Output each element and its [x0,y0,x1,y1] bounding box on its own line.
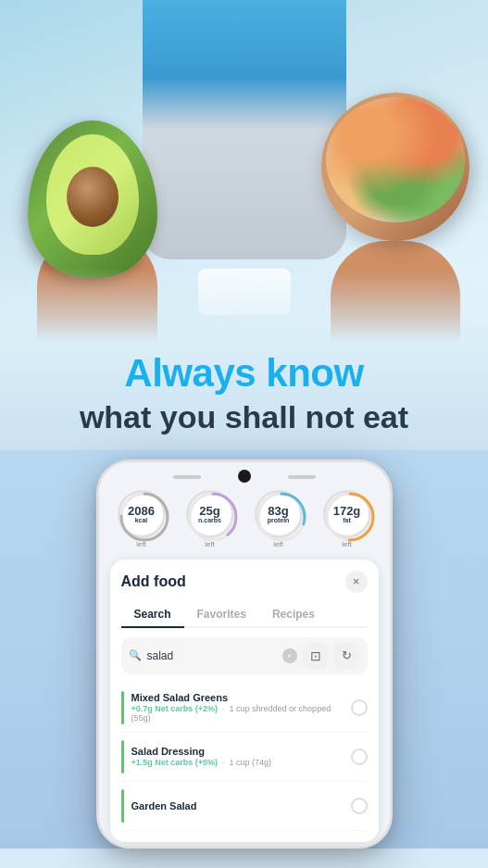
person-torso [143,0,346,259]
avocado [28,120,157,278]
food-item-carbs-1: +0.7g Net carbs (+2%) [131,704,219,713]
barcode-scan-button[interactable]: ⊡ [303,643,329,669]
voice-search-button[interactable]: ↻ [334,643,360,669]
food-item-bar-2 [121,740,124,774]
food-item-name-3: Garden Salad [131,800,344,811]
headline-line1: Always know [19,352,469,395]
food-select-radio-1[interactable] [351,699,368,716]
add-food-card: Add food × Search Favorites Recipes 🔍 sa… [110,560,379,842]
food-select-radio-2[interactable] [351,748,368,765]
phone-camera [238,470,251,483]
tabs-row: Search Favorites Recipes [121,602,368,628]
stat-fat: 172g fat left [319,490,375,548]
food-item-info-1: Mixed Salad Greens +0.7g Net carbs (+2%)… [131,692,344,723]
food-item-name-2: Salad Dressing [131,746,344,757]
phone-section: 2086 kcal left 25g n.carbs l [0,450,488,849]
tagline-section: Always know what you shall not eat [0,343,488,450]
stats-row: 2086 kcal left 25g n.carbs l [110,490,379,548]
search-clear-button[interactable]: × [282,648,297,663]
food-item-3[interactable]: Garden Salad [121,782,368,831]
close-button[interactable]: × [345,571,368,593]
food-item-details-1: +0.7g Net carbs (+2%) · 1 cup shredded o… [131,704,344,723]
search-input[interactable]: salad [147,649,277,662]
stat-ncarbs: 25g n.carbs left [182,490,238,548]
food-list: Mixed Salad Greens +0.7g Net carbs (+2%)… [121,684,368,831]
food-item-bar-1 [121,691,124,724]
food-item-bar-3 [121,789,124,823]
add-food-header: Add food × [121,571,368,593]
phone-speaker-right [288,475,316,479]
food-item-info-2: Salad Dressing +1.5g Net carbs (+5%) · 1… [131,746,344,767]
phone-content: 2086 kcal left 25g n.carbs l [99,462,390,846]
stat-protein: 83g protein left [251,490,307,548]
phone-speaker-left [173,475,201,479]
food-item-2[interactable]: Salad Dressing +1.5g Net carbs (+5%) · 1… [121,733,368,782]
stat-kcal: 2086 kcal left [114,490,169,548]
headline-line2: what you shall not eat [19,398,469,436]
tab-favorites[interactable]: Favorites [184,602,259,628]
food-item-carbs-2: +1.5g Net carbs (+5%) [131,758,219,767]
food-item-info-3: Garden Salad [131,800,344,811]
search-bar[interactable]: 🔍 salad × ⊡ ↻ [121,637,368,674]
food-item-details-2: +1.5g Net carbs (+5%) · 1 cup (74g) [131,758,344,767]
food-bowl [321,93,469,241]
hero-fade [0,269,488,343]
phone-mockup: 2086 kcal left 25g n.carbs l [96,459,393,849]
tab-recipes[interactable]: Recipes [259,602,328,628]
food-item-1[interactable]: Mixed Salad Greens +0.7g Net carbs (+2%)… [121,684,368,733]
tab-search[interactable]: Search [121,602,184,628]
food-select-radio-3[interactable] [351,798,368,814]
food-item-name-1: Mixed Salad Greens [131,692,344,703]
add-food-title: Add food [121,573,186,590]
hero-image [0,0,488,343]
food-item-serving-2: 1 cup (74g) [230,758,272,767]
search-icon: 🔍 [129,649,142,661]
